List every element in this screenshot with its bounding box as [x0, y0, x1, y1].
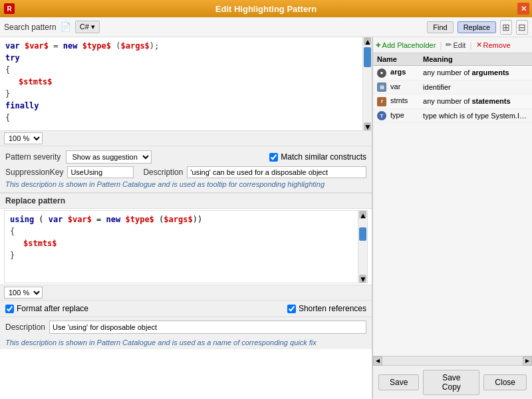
code-line-1: var $var$ = new $type$ ($args$);	[5, 40, 366, 52]
search-vscrollbar[interactable]: ▲ ▼	[362, 37, 372, 130]
close-button[interactable]: ✕	[517, 3, 529, 15]
replace-vscroll-down[interactable]: ▼	[359, 275, 366, 283]
suppression-key-input[interactable]	[67, 166, 134, 178]
search-code-scroll[interactable]: var $var$ = new $type$ ($args$); try { $…	[0, 37, 372, 130]
zoom-bar-2: 100 %	[0, 285, 372, 301]
suppression-key-label: SuppressionKey	[5, 168, 63, 177]
pattern-controls: Pattern severity Show as suggestion Matc…	[0, 146, 372, 193]
col-meaning: Meaning	[419, 53, 532, 66]
code-line-3: {	[5, 64, 366, 76]
replace-vscroll-up[interactable]: ▲	[359, 211, 366, 219]
save-button[interactable]: Save	[378, 374, 419, 390]
placeholder-toolbar: + Add Placeholder | ✏ Edit | ✕ Remove	[373, 37, 532, 53]
zoom-select-1[interactable]: 100 %	[4, 132, 43, 144]
code-line-7: {	[5, 112, 366, 124]
plus-icon: +	[376, 40, 381, 50]
replace-code-area: using ( var $var$ = new $type$ ($args$))…	[4, 210, 368, 283]
pencil-icon: ✏	[446, 41, 452, 49]
stmts-meaning-bold: statements	[471, 97, 510, 105]
top-toolbar: Search pattern 📄 C# ▾ Find Replace ⊞ ⊟	[0, 17, 532, 37]
settings-icon-1[interactable]: ⊞	[500, 20, 512, 35]
search-vscroll-thumb[interactable]	[364, 47, 371, 67]
right-panel: + Add Placeholder | ✏ Edit | ✕ Remove	[372, 37, 532, 399]
match-similar-checkbox[interactable]	[269, 153, 278, 162]
language-selector[interactable]: C# ▾	[75, 21, 100, 33]
args-name: args	[390, 68, 406, 76]
close-button[interactable]: Close	[483, 374, 527, 390]
table-row[interactable]: f stmts any number of statements	[373, 94, 532, 109]
remove-icon: ✕	[476, 41, 482, 49]
replace-desc-input[interactable]	[49, 321, 366, 334]
table-row[interactable]: ● args any number of arguments	[373, 66, 532, 80]
edit-placeholder-button[interactable]: ✏ Edit	[446, 41, 466, 49]
search-vscroll-down[interactable]: ▼	[364, 122, 371, 130]
replace-desc-label: Description	[5, 323, 45, 332]
app-icon: R	[4, 3, 15, 14]
suppression-row: SuppressionKey Description	[5, 166, 366, 178]
placeholder-table-container[interactable]: Name Meaning ● args any number of argume…	[373, 53, 532, 356]
add-placeholder-button[interactable]: + Add Placeholder	[376, 40, 436, 50]
main-layout: Search pattern 📄 C# ▾ Find Replace ⊞ ⊟ v…	[0, 17, 532, 399]
replace-desc-hint: This description is shown in Pattern Cat…	[0, 337, 372, 349]
settings-icon-2[interactable]: ⊟	[516, 20, 528, 35]
search-pattern-label: Search pattern	[4, 23, 57, 32]
h-scroll-right[interactable]: ▶	[523, 356, 532, 366]
table-row[interactable]: T type type which is of type System.IDis…	[373, 108, 532, 123]
format-after-replace-checkbox[interactable]	[5, 305, 14, 313]
window-title: Edit Highlighting Pattern	[215, 4, 317, 14]
shorten-references-label: Shorten references	[287, 304, 366, 313]
title-controls: ✕	[517, 3, 529, 15]
zoom-bar-1: 100 %	[0, 130, 372, 146]
title-bar: R Edit Highlighting Pattern ✕	[0, 0, 532, 17]
replace-line-1: using ( var $var$ = new $type$ ($args$))	[10, 213, 362, 225]
file-icon: 📄	[61, 22, 71, 32]
shorten-references-checkbox[interactable]	[287, 305, 296, 313]
var-meaning: identifier	[423, 83, 451, 91]
type-name: type	[390, 111, 404, 119]
description-label: Description	[143, 168, 183, 177]
var-icon: ⊞	[377, 82, 386, 92]
save-copy-button[interactable]: Save Copy	[423, 370, 479, 395]
replace-line-3: $stmts$	[10, 237, 362, 249]
args-icon: ●	[377, 68, 386, 78]
severity-label: Pattern severity	[5, 152, 61, 162]
code-line-6: finally	[5, 100, 366, 112]
h-scrollbar[interactable]: ◀ ▶	[373, 356, 532, 365]
stmts-meaning: any number of	[423, 97, 471, 105]
h-scroll-left[interactable]: ◀	[373, 356, 382, 366]
severity-select[interactable]: Show as suggestion	[66, 150, 152, 164]
type-meaning: type which is of type System.IDispo	[423, 112, 532, 120]
replace-section-title: Replace pattern	[0, 193, 372, 209]
code-line-2: try	[5, 52, 366, 64]
replace-button[interactable]: Replace	[458, 21, 496, 33]
severity-row: Pattern severity Show as suggestion Matc…	[5, 150, 366, 164]
type-icon: T	[377, 111, 386, 120]
find-button[interactable]: Find	[427, 21, 453, 33]
args-meaning: any number of	[423, 68, 471, 76]
table-row[interactable]: ⊞ var identifier	[373, 80, 532, 94]
content-row: var $var$ = new $type$ ($args$); try { $…	[0, 37, 532, 399]
format-after-replace-label: Format after replace	[5, 304, 88, 313]
pattern-hint: This description is shown in Pattern Cat…	[5, 180, 366, 188]
format-row: Format after replace Shorten references	[0, 301, 372, 317]
replace-vscrollbar[interactable]: ▲ ▼	[358, 211, 367, 283]
args-meaning-bold: arguments	[471, 68, 509, 76]
stmts-name: stmts	[390, 96, 408, 104]
replace-desc-row: Description	[0, 317, 372, 337]
search-vscroll-up[interactable]: ▲	[364, 37, 371, 45]
replace-vscroll-thumb[interactable]	[359, 227, 366, 241]
left-panel: var $var$ = new $type$ ($args$); try { $…	[0, 37, 372, 399]
code-line-5: }	[5, 88, 366, 100]
replace-code-scroll[interactable]: using ( var $var$ = new $type$ ($args$))…	[5, 211, 367, 283]
placeholder-table: Name Meaning ● args any number of argume…	[373, 53, 532, 123]
footer-buttons: Save Save Copy Close	[373, 365, 532, 399]
zoom-select-2[interactable]: 100 %	[4, 287, 43, 299]
var-name: var	[390, 82, 400, 90]
remove-placeholder-button[interactable]: ✕ Remove	[476, 41, 511, 49]
stmts-icon: f	[377, 97, 386, 106]
search-code-area: var $var$ = new $type$ ($args$); try { $…	[0, 37, 372, 130]
description-input[interactable]	[187, 166, 366, 178]
col-name: Name	[373, 53, 419, 66]
code-line-4: $stmts$	[5, 76, 366, 88]
match-similar-label: Match similar constructs	[269, 152, 366, 162]
